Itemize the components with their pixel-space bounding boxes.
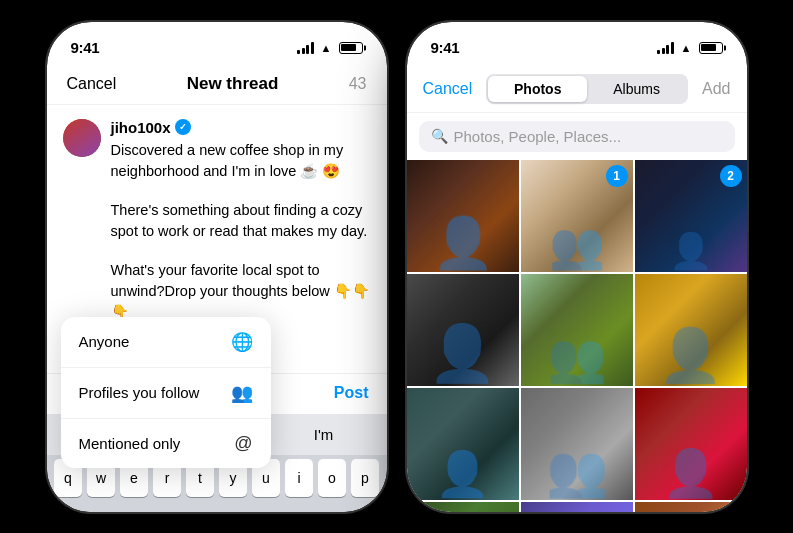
tab-group: Photos Albums bbox=[486, 74, 688, 104]
profiles-follow-label: Profiles you follow bbox=[79, 384, 200, 401]
selection-badge-1: 1 bbox=[606, 165, 628, 187]
compose-content[interactable]: jiho100x ✓ Discovered a new coffee shop … bbox=[111, 119, 371, 323]
nav-title: New thread bbox=[187, 74, 279, 94]
search-placeholder: Photos, People, Places... bbox=[454, 128, 622, 145]
username-label: jiho100x bbox=[111, 119, 171, 136]
photo-cell-6[interactable]: 👤 bbox=[635, 274, 747, 386]
char-count: 43 bbox=[349, 75, 367, 93]
anyone-option[interactable]: Anyone 🌐 bbox=[61, 317, 271, 368]
photo-cell-10[interactable]: 👥 bbox=[407, 502, 519, 512]
wifi-icon: ▲ bbox=[321, 42, 332, 54]
cancel-button[interactable]: Cancel bbox=[67, 75, 117, 93]
photo-grid: 👤 👥 1 👤 2 bbox=[407, 160, 747, 512]
status-bar-left: 9:41 ▲ bbox=[47, 22, 387, 66]
photo-cell-3[interactable]: 👤 2 bbox=[635, 160, 747, 272]
status-icons-right: ▲ bbox=[657, 42, 722, 54]
username-row: jiho100x ✓ bbox=[111, 119, 371, 136]
post-text-1: Discovered a new coffee shop in my neigh… bbox=[111, 140, 371, 182]
add-button[interactable]: Add bbox=[702, 80, 730, 98]
selection-badge-2: 2 bbox=[720, 165, 742, 187]
search-bar[interactable]: 🔍 Photos, People, Places... bbox=[419, 121, 735, 152]
photo-cell-12[interactable]: 👤 bbox=[635, 502, 747, 512]
wifi-icon-right: ▲ bbox=[681, 42, 692, 54]
left-phone-screen: 9:41 ▲ Cancel New thread 43 bbox=[47, 22, 387, 512]
compose-nav-bar: Cancel New thread 43 bbox=[47, 66, 387, 105]
mentioned-only-label: Mentioned only bbox=[79, 435, 181, 452]
status-icons-left: ▲ bbox=[297, 42, 362, 54]
mentioned-only-option[interactable]: Mentioned only @ bbox=[61, 419, 271, 468]
signal-icon-right bbox=[657, 42, 674, 54]
photo-cell-2[interactable]: 👥 1 bbox=[521, 160, 633, 272]
photos-cancel-button[interactable]: Cancel bbox=[423, 80, 473, 98]
photos-content: 👤 👥 1 👤 2 bbox=[407, 160, 747, 512]
follow-icon: 👥 bbox=[231, 382, 253, 404]
photo-cell-5[interactable]: 👥 bbox=[521, 274, 633, 386]
status-bar-right: 9:41 ▲ bbox=[407, 22, 747, 66]
post-text-3: What's your favorite local spot to unwin… bbox=[111, 260, 371, 323]
post-text-2: There's something about finding a cozy s… bbox=[111, 200, 371, 242]
time-right: 9:41 bbox=[431, 39, 460, 56]
photo-cell-7[interactable]: 👤 bbox=[407, 388, 519, 500]
avatar bbox=[63, 119, 101, 157]
anyone-label: Anyone bbox=[79, 333, 130, 350]
suggestion-3[interactable]: I'm bbox=[271, 422, 377, 447]
globe-icon: 🌐 bbox=[231, 331, 253, 353]
tab-photos[interactable]: Photos bbox=[488, 76, 587, 102]
photo-cell-4[interactable]: 👤 bbox=[407, 274, 519, 386]
photo-cell-1[interactable]: 👤 bbox=[407, 160, 519, 272]
battery-icon-right bbox=[699, 42, 723, 54]
signal-icon bbox=[297, 42, 314, 54]
profiles-you-follow-option[interactable]: Profiles you follow 👥 bbox=[61, 368, 271, 419]
battery-icon bbox=[339, 42, 363, 54]
photo-cell-11[interactable]: 👤 bbox=[521, 502, 633, 512]
photo-cell-9[interactable]: 👤 bbox=[635, 388, 747, 500]
verified-badge: ✓ bbox=[175, 119, 191, 135]
right-phone: 9:41 ▲ Cancel Photos Albums bbox=[407, 22, 747, 512]
photos-nav: Cancel Photos Albums Add bbox=[407, 66, 747, 113]
tab-albums[interactable]: Albums bbox=[587, 76, 686, 102]
reply-options-menu: Anyone 🌐 Profiles you follow 👥 Mentioned… bbox=[61, 317, 271, 468]
at-icon: @ bbox=[234, 433, 252, 454]
key-o[interactable]: o bbox=[318, 459, 346, 497]
phones-container: 9:41 ▲ Cancel New thread 43 bbox=[27, 2, 767, 532]
photo-cell-8[interactable]: 👥 bbox=[521, 388, 633, 500]
right-phone-screen: 9:41 ▲ Cancel Photos Albums bbox=[407, 22, 747, 512]
compose-area: jiho100x ✓ Discovered a new coffee shop … bbox=[47, 105, 387, 337]
key-i[interactable]: i bbox=[285, 459, 313, 497]
key-p[interactable]: p bbox=[351, 459, 379, 497]
left-phone: 9:41 ▲ Cancel New thread 43 bbox=[47, 22, 387, 512]
search-icon: 🔍 bbox=[431, 128, 448, 144]
time-left: 9:41 bbox=[71, 39, 100, 56]
post-button[interactable]: Post bbox=[334, 384, 369, 402]
